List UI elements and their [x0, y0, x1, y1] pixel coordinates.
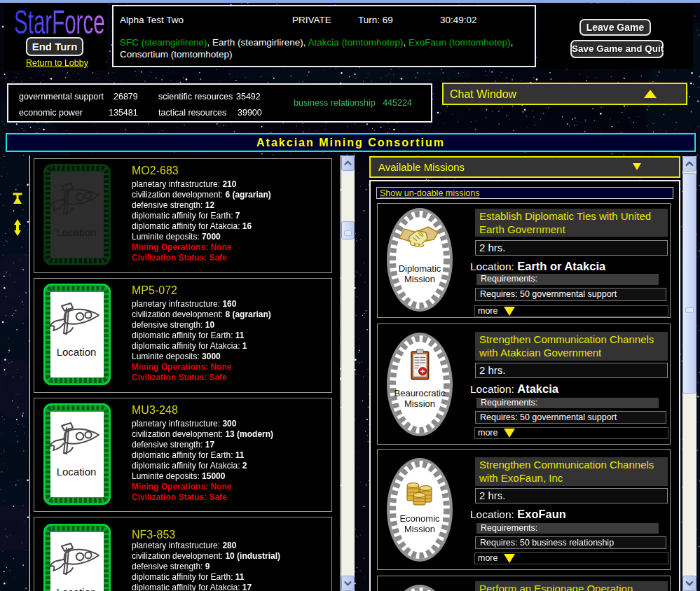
svg-text:Location: Location	[57, 586, 97, 591]
svg-text:Location: Location	[57, 226, 97, 238]
svg-text:Location: Location	[57, 466, 97, 478]
svg-text:Location: Location	[57, 346, 97, 358]
